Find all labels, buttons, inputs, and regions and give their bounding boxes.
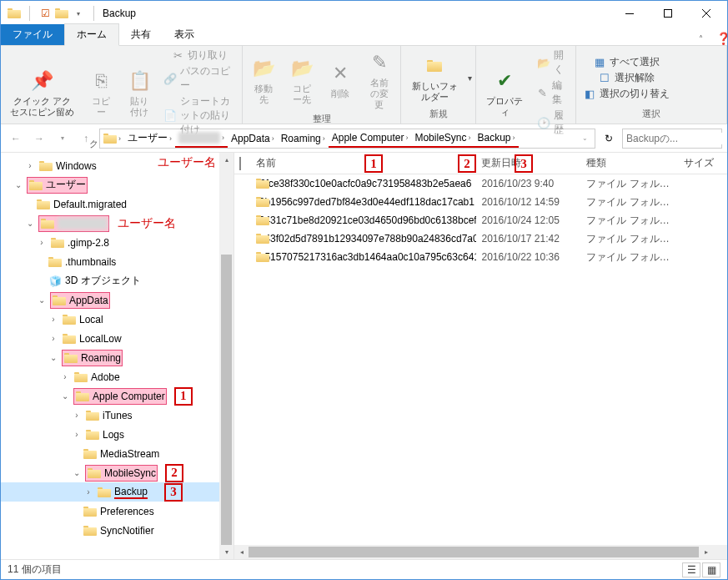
path-icon: 🔗	[163, 72, 177, 85]
folder-icon	[103, 134, 117, 144]
copypath-button[interactable]: 🔗パスのコピー	[160, 63, 238, 93]
up-button[interactable]: ↑	[76, 129, 96, 149]
pin-button[interactable]: 📌クイック アクセスにピン留め	[3, 66, 82, 119]
crumb-backup[interactable]: Backup›	[474, 129, 518, 148]
search-box[interactable]: 🔍	[622, 129, 722, 149]
ribbon: 📌クイック アクセスにピン留め ⎘コピー 📋貼り付け ✂切り取り 🔗パスのコピー…	[1, 46, 727, 124]
tree-logs[interactable]: ›Logs	[1, 425, 233, 444]
addr-dropdown-icon[interactable]: ⌄	[575, 129, 595, 149]
tree-local[interactable]: ›Local	[1, 310, 233, 329]
tab-home[interactable]: ホーム	[64, 23, 119, 46]
cut-button[interactable]: ✂切り取り	[160, 48, 238, 63]
tree-gimp[interactable]: ›.gimp-2.8	[1, 233, 233, 252]
open-button[interactable]: 📂開く	[534, 48, 572, 78]
copyto-button[interactable]: 📂コピー先	[283, 53, 321, 107]
tab-view[interactable]: 表示	[163, 24, 206, 45]
help-icon[interactable]: ❓	[716, 32, 728, 45]
column-size[interactable]: サイズ	[679, 156, 727, 170]
delete-button[interactable]: ✕削除	[321, 58, 359, 101]
view-icons-button[interactable]: ▦	[702, 562, 720, 577]
annotation-crumb-3: 3	[515, 154, 533, 173]
tree-roaming[interactable]: ⌄Roaming	[1, 348, 233, 367]
crumb-mobilesync[interactable]: MobileSync›	[411, 129, 474, 148]
tree-locallow[interactable]: ›LocalLow	[1, 329, 233, 348]
close-button[interactable]	[687, 1, 725, 26]
annotation-2: 2	[165, 464, 183, 482]
tree-appdata[interactable]: ⌄AppData	[1, 290, 233, 310]
copy-icon: ⎘	[88, 68, 114, 94]
tree-apple[interactable]: ⌄Apple Computer1	[1, 386, 233, 406]
selectall-button[interactable]: ▦すべて選択	[580, 54, 673, 70]
select-all-checkbox[interactable]	[239, 157, 241, 170]
table-row[interactable]: 0fce38f330c10e0acfc0a9c731958483b2e5aea6…	[234, 174, 727, 193]
group-select: 選択	[578, 108, 725, 122]
tree-thumbnails[interactable]: .thumbnails	[1, 252, 233, 271]
tab-share[interactable]: 共有	[119, 24, 163, 45]
properties-button[interactable]: ✔プロパティ	[478, 66, 532, 119]
titlebar: ☑ ▾ Backup	[1, 1, 727, 26]
tree-backup[interactable]: ›Backup3	[1, 482, 233, 502]
maximize-button[interactable]	[649, 1, 687, 26]
nav-scrollbar[interactable]: ▴▾	[219, 153, 233, 559]
tree-users[interactable]: ⌄ユーザー	[1, 175, 233, 194]
crumb-apple[interactable]: Apple Computer›	[329, 129, 412, 148]
file-list: 名前˄ 更新日時 種類 サイズ 1 2 3 0fce38f330c10e0acf…	[234, 153, 727, 559]
tree-default[interactable]: Default.migrated	[1, 194, 233, 214]
file-type: ファイル フォルダー	[581, 232, 678, 246]
qat-save-icon[interactable]: ☑	[38, 7, 52, 20]
tree-itunes[interactable]: ›iTunes	[1, 406, 233, 425]
folder-icon	[256, 179, 257, 189]
minimize-button[interactable]	[610, 1, 649, 26]
selectnone-button[interactable]: ☐選択解除	[580, 70, 673, 86]
qat-folder-icon[interactable]	[55, 7, 68, 20]
tree-syncnotifier[interactable]: SyncNotifier	[1, 521, 233, 540]
table-row[interactable]: 2431c71be8d20921ce03d4650d96bd0c6138bcef…	[234, 211, 727, 229]
tree-preferences[interactable]: Preferences	[1, 502, 233, 521]
file-date: 2016/10/22 10:36	[476, 251, 581, 263]
table-row[interactable]: b43f02d5d7891b12934097e788b90a24836cd7a0…	[234, 229, 727, 248]
invert-icon: ◧	[583, 87, 596, 100]
rename-icon: ✎	[366, 49, 393, 76]
copy-button[interactable]: ⎘コピー	[82, 66, 120, 119]
edit-button[interactable]: ✎編集	[534, 78, 572, 108]
paste-button[interactable]: 📋貼り付け	[120, 66, 158, 119]
file-name: 0fce38f330c10e0acfc0a9c731958483b2e5aea6	[260, 178, 472, 189]
scroll-corner	[713, 545, 727, 559]
history-button[interactable]: 🕑履歴	[534, 108, 572, 138]
file-date: 2016/10/24 12:05	[476, 214, 581, 226]
shortcut-icon: 📄	[163, 109, 177, 123]
tree-adobe[interactable]: ›Adobe	[1, 367, 233, 386]
folder-icon	[8, 7, 21, 20]
invert-button[interactable]: ◧選択の切り替え	[580, 86, 673, 102]
table-row[interactable]: b5157075217316ac3db1464aa0c10a795c63c641…	[234, 248, 727, 266]
qat-dropdown-icon[interactable]: ▾	[72, 7, 85, 20]
refresh-button[interactable]: ↻	[599, 129, 619, 149]
tree-3dobjects[interactable]: 🧊3D オブジェクト	[1, 271, 233, 290]
tab-file[interactable]: ファイル	[1, 24, 64, 45]
pin-icon: 📌	[29, 68, 56, 94]
column-headers: 名前˄ 更新日時 種類 サイズ	[234, 153, 727, 174]
paste-icon: 📋	[126, 68, 153, 94]
table-row[interactable]: 2b1956c997ded7bf84e3d0e44edf118dac17cab1…	[234, 193, 727, 211]
tree-username[interactable]: ⌄ ユーザー名	[1, 214, 233, 233]
newfolder-button[interactable]: 新しいフォルダー	[403, 51, 466, 104]
rename-button[interactable]: ✎名前の変更	[359, 48, 399, 113]
crumb-roaming[interactable]: Roaming›	[278, 129, 329, 148]
file-date: 2016/10/17 21:42	[476, 233, 581, 245]
recent-button[interactable]: ▾	[53, 129, 73, 149]
tree-mediastream[interactable]: MediaStream	[1, 444, 233, 463]
moveto-button[interactable]: 📂移動先	[244, 53, 283, 107]
back-button[interactable]: ←	[6, 129, 26, 149]
collapse-ribbon-icon[interactable]: ˄	[699, 34, 703, 43]
new-dropdown-icon[interactable]: ▾	[468, 73, 472, 83]
search-input[interactable]	[626, 133, 728, 144]
crumb-username[interactable]: ›	[175, 129, 228, 148]
forward-button[interactable]: →	[29, 129, 49, 149]
file-name: b43f02d5d7891b12934097e788b90a24836cd7a0	[259, 233, 477, 245]
file-name: b5157075217316ac3db1464aa0c10a795c63c641	[259, 251, 477, 263]
column-type[interactable]: 種類	[581, 156, 678, 170]
tree-mobilesync[interactable]: ⌄MobileSync2	[1, 463, 233, 482]
annotation-1: 1	[174, 387, 193, 406]
content-scrollbar-h[interactable]: ◂▸	[234, 545, 713, 559]
view-details-button[interactable]: ☰	[682, 562, 700, 577]
